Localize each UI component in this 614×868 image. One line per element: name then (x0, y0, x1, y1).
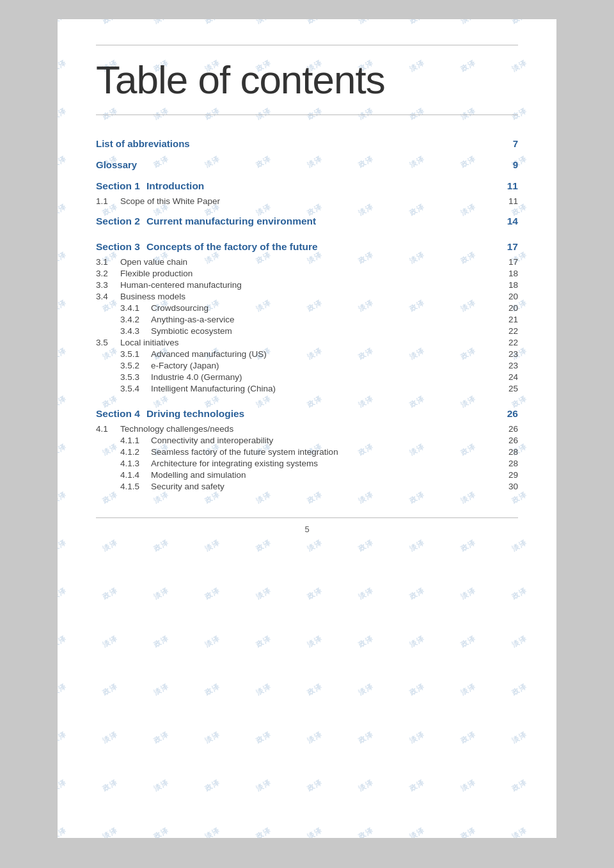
toc-item-3-5-3: 3.5.3Industrie 4.0 (Germany)24 (96, 371, 518, 383)
item-page-4-1-4: 29 (508, 470, 518, 480)
item-num-4-1-4: 4.1.4 (120, 470, 145, 480)
item-num-4-1-3: 4.1.3 (120, 459, 145, 468)
item-page-3-4-3: 22 (508, 326, 518, 336)
section-header-1: Section 1Introduction11 (96, 180, 518, 192)
section-page-4: 26 (507, 408, 518, 420)
item-title-4-1-4: Modelling and simulation (151, 470, 246, 480)
section-header-3: Section 3Concepts of the factory of the … (96, 241, 518, 253)
item-title-3-2: Flexible production (120, 269, 193, 278)
item-page-3-1: 17 (508, 257, 518, 267)
section-name-3: Concepts of the factory of the future (146, 241, 318, 253)
item-title-4-1-5: Security and safety (151, 482, 224, 491)
toc-item-1-1: 1.1Scope of this White Paper11 (96, 195, 518, 207)
section-page-2: 14 (507, 216, 518, 227)
toc-item-3-4-3: 3.4.3Symbiotic ecosystem22 (96, 325, 518, 336)
item-page-3-5: 22 (508, 338, 518, 347)
section-page-3: 17 (507, 241, 518, 253)
item-num-4-1-2: 4.1.2 (120, 447, 145, 457)
item-num-3-5-1: 3.5.1 (120, 349, 145, 359)
section-name-1: Introduction (146, 180, 204, 192)
item-title-3-4-2: Anything-as-a-service (151, 315, 235, 324)
toc-item-4-1-4: 4.1.4Modelling and simulation29 (96, 469, 518, 480)
section-header-4: Section 4Driving technologies26 (96, 408, 518, 420)
item-num-3-4: 3.4 (96, 292, 114, 301)
item-page-4-1-3: 28 (508, 459, 518, 468)
glossary-title: Glossary (96, 159, 137, 170)
item-num-4-1-5: 4.1.5 (120, 482, 145, 491)
item-title-3-1: Open value chain (120, 257, 187, 267)
item-num-3-4-2: 3.4.2 (120, 315, 145, 324)
item-page-3-5-3: 24 (508, 372, 518, 382)
item-page-3-3: 18 (508, 280, 518, 290)
item-page-3-5-4: 25 (508, 384, 518, 393)
section-num-2: Section 2 (96, 216, 140, 227)
section-name-2: Current manufacturing environment (146, 216, 316, 227)
item-page-3-4: 20 (508, 292, 518, 301)
section-block-1: Section 1Introduction111.1Scope of this … (96, 180, 518, 207)
footer-page-number: 5 (96, 525, 518, 534)
toc-item-3-4-1: 3.4.1Crowdsourcing20 (96, 302, 518, 313)
section-num-1: Section 1 (96, 180, 140, 192)
item-title-3-5: Local initiatives (120, 338, 179, 347)
item-page-3-2: 18 (508, 269, 518, 278)
abbreviations-page: 7 (513, 138, 518, 149)
item-num-4-1: 4.1 (96, 424, 114, 434)
page-title: Table of contents (96, 58, 518, 102)
toc-item-3-1: 3.1Open value chain17 (96, 256, 518, 267)
item-title-3-3: Human-centered manufacturing (120, 280, 242, 290)
toc-item-3-5: 3.5Local initiatives22 (96, 336, 518, 348)
toc-item-4-1: 4.1Technology challenges/needs26 (96, 423, 518, 434)
item-num-1-1: 1.1 (96, 196, 114, 206)
item-title-4-1-3: Architecture for integrating existing sy… (151, 459, 318, 468)
title-rule (96, 114, 518, 115)
item-page-3-4-1: 20 (508, 303, 518, 313)
toc-item-3-5-4: 3.5.4Intelligent Manufacturing (China)25 (96, 383, 518, 394)
toc-item-3-3: 3.3Human-centered manufacturing18 (96, 279, 518, 290)
item-title-3-5-1: Advanced manufacturing (US) (151, 349, 267, 359)
item-title-1-1: Scope of this White Paper (120, 196, 220, 206)
glossary-page: 9 (513, 159, 518, 170)
item-num-3-4-1: 3.4.1 (120, 303, 145, 313)
item-page-3-5-2: 23 (508, 361, 518, 370)
toc-item-3-2: 3.2Flexible production18 (96, 267, 518, 279)
bottom-rule (96, 517, 518, 518)
item-title-3-4-3: Symbiotic ecosystem (151, 326, 232, 336)
item-page-1-1: 11 (508, 196, 518, 206)
item-num-3-5-2: 3.5.2 (120, 361, 145, 370)
item-title-3-5-4: Intelligent Manufacturing (China) (151, 384, 276, 393)
section-header-2: Section 2Current manufacturing environme… (96, 216, 518, 227)
top-rule (96, 45, 518, 45)
toc-item-3-5-1: 3.5.1Advanced manufacturing (US)23 (96, 348, 518, 359)
item-num-4-1-1: 4.1.1 (120, 436, 145, 445)
toc-item-3-4-2: 3.4.2Anything-as-a-service21 (96, 313, 518, 325)
toc-item-3-5-2: 3.5.2e-Factory (Japan)23 (96, 359, 518, 371)
item-page-3-5-1: 23 (508, 349, 518, 359)
item-title-3-5-2: e-Factory (Japan) (151, 361, 219, 370)
toc-item-4-1-3: 4.1.3Architecture for integrating existi… (96, 457, 518, 469)
item-title-4-1-1: Connectivity and interoperability (151, 436, 273, 445)
item-title-3-4-1: Crowdsourcing (151, 303, 209, 313)
toc-item-3-4: 3.4Business models20 (96, 290, 518, 302)
toc-entry-glossary: Glossary 9 (96, 159, 518, 170)
item-title-3-5-3: Industrie 4.0 (Germany) (151, 372, 242, 382)
item-page-4-1-2: 28 (508, 447, 518, 457)
section-num-3: Section 3 (96, 241, 140, 253)
item-num-3-2: 3.2 (96, 269, 114, 278)
abbreviations-title: List of abbreviations (96, 138, 190, 149)
item-num-3-5-4: 3.5.4 (120, 384, 145, 393)
section-block-4: Section 4Driving technologies264.1Techno… (96, 408, 518, 492)
item-page-4-1-5: 30 (508, 482, 518, 491)
toc-item-4-1-1: 4.1.1Connectivity and interoperability26 (96, 434, 518, 446)
toc-entry-abbreviations: List of abbreviations 7 (96, 138, 518, 149)
sections-container: Section 1Introduction111.1Scope of this … (96, 180, 518, 492)
item-title-4-1-2: Seamless factory of the future system in… (151, 447, 338, 457)
item-num-3-5-3: 3.5.3 (120, 372, 145, 382)
section-block-2: Section 2Current manufacturing environme… (96, 216, 518, 227)
section-num-4: Section 4 (96, 408, 140, 420)
item-title-4-1: Technology challenges/needs (120, 424, 233, 434)
item-num-3-4-3: 3.4.3 (120, 326, 145, 336)
section-block-3: Section 3Concepts of the factory of the … (96, 241, 518, 394)
item-page-3-4-2: 21 (508, 315, 518, 324)
item-num-3-1: 3.1 (96, 257, 114, 267)
section-name-4: Driving technologies (146, 408, 244, 420)
